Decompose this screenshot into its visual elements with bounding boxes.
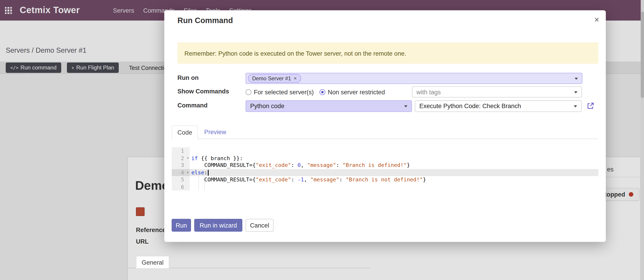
editor-gutter: 12▾34▾56: [172, 147, 190, 190]
code-line[interactable]: if {{ branch }}:: [190, 155, 598, 162]
command-label: Command: [178, 101, 208, 108]
show-commands-label: Show Commands: [178, 87, 229, 94]
gutter-cell: 6: [172, 183, 190, 190]
run-command-modal: Run Command × Remember: Python code is e…: [164, 10, 606, 242]
tab-code[interactable]: Code: [172, 125, 198, 139]
command-select-value: Execute Python Code: Check Branch: [419, 102, 521, 109]
gutter-cell: 3: [172, 162, 190, 169]
tab-preview[interactable]: Preview: [200, 125, 230, 139]
indent-guide: [198, 176, 199, 190]
run-on-select[interactable]: Demo Server #1 ✕: [246, 73, 582, 84]
editor-tabs: Code Preview: [172, 125, 598, 139]
radio-for-selected-servers[interactable]: [246, 89, 251, 95]
command-type-select[interactable]: Python code: [246, 100, 412, 112]
gutter-cell: 1: [172, 147, 190, 155]
code-line[interactable]: else:: [190, 169, 598, 176]
server-chip-label: Demo Server #1: [252, 75, 291, 81]
close-icon[interactable]: ×: [594, 14, 599, 26]
radio-label-for-selected-servers[interactable]: For selected server(s): [254, 88, 314, 95]
command-select[interactable]: Execute Python Code: Check Branch: [415, 100, 582, 112]
text-cursor: [208, 170, 209, 176]
warning-alert: Remember: Python code is executed on the…: [178, 42, 598, 64]
fold-arrow-icon[interactable]: ▾: [187, 155, 189, 162]
chevron-down-icon: [404, 105, 408, 107]
gutter-cell: 5: [172, 176, 190, 183]
run-button[interactable]: Run: [172, 219, 191, 232]
code-line[interactable]: [190, 147, 598, 155]
fold-arrow-icon[interactable]: ▾: [187, 169, 189, 176]
code-line[interactable]: COMMAND_RESULT={"exit_code": -1, "messag…: [190, 176, 598, 183]
chip-remove-icon[interactable]: ✕: [294, 76, 297, 80]
radio-non-server-restricted[interactable]: [320, 89, 325, 95]
editor-code-lines: if {{ branch }}: COMMAND_RESULT={"exit_c…: [190, 147, 598, 190]
with-tags-placeholder: with tags: [416, 88, 441, 95]
cancel-button[interactable]: Cancel: [246, 219, 274, 232]
chevron-down-icon: [574, 105, 577, 107]
code-line[interactable]: COMMAND_RESULT={"exit_code": 0, "message…: [190, 162, 598, 169]
chevron-down-icon: [574, 91, 578, 93]
radio-label-non-server-restricted[interactable]: Non server restricted: [328, 88, 385, 95]
command-type-value: Python code: [250, 102, 284, 109]
run-in-wizard-button[interactable]: Run in wizard: [194, 219, 242, 232]
external-link-icon[interactable]: [586, 101, 595, 110]
indent-guide: [204, 176, 204, 190]
with-tags-select[interactable]: with tags: [412, 86, 582, 97]
run-on-label: Run on: [178, 74, 199, 81]
gutter-cell: 2▾: [172, 155, 190, 162]
code-editor[interactable]: 12▾34▾56 if {{ branch }}: COMMAND_RESULT…: [172, 146, 598, 196]
gutter-cell: 4▾: [172, 169, 190, 176]
code-line[interactable]: [190, 183, 598, 190]
tab-general[interactable]: General: [136, 256, 169, 268]
chevron-down-icon: [575, 78, 578, 80]
screen: Cetmix Tower Servers Commands Files Tool…: [0, 0, 644, 280]
modal-title: Run Command: [178, 16, 233, 25]
server-chip[interactable]: Demo Server #1 ✕: [248, 74, 301, 83]
